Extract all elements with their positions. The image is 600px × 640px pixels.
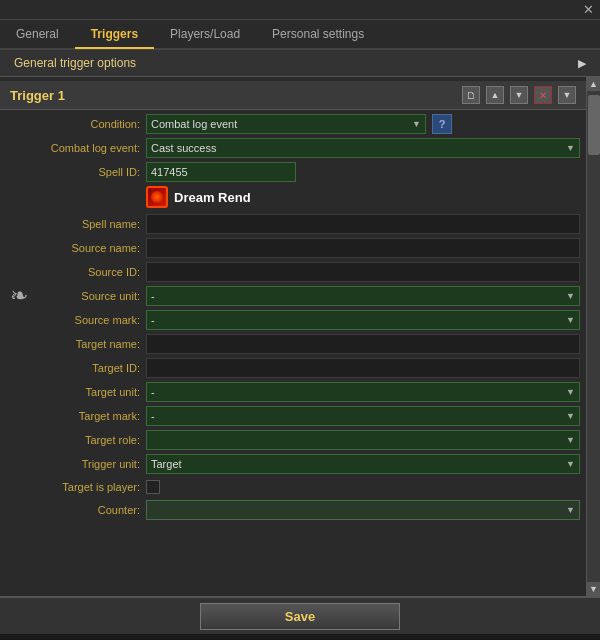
source-name-label: Source name:: [6, 242, 146, 254]
target-mark-control: - ▼: [146, 406, 580, 426]
source-unit-control: - ▼: [146, 286, 580, 306]
scrollbar-down-button[interactable]: ▼: [587, 582, 601, 596]
target-role-dropdown-arrow: ▼: [566, 435, 575, 445]
source-id-control: [146, 262, 580, 282]
target-mark-value: -: [151, 410, 566, 422]
spell-display: Dream Rend: [146, 186, 251, 208]
spell-name-row: Spell name:: [0, 212, 586, 236]
target-role-control: ▼: [146, 430, 580, 450]
source-unit-dropdown[interactable]: - ▼: [146, 286, 580, 306]
target-mark-dropdown-arrow: ▼: [566, 411, 575, 421]
spell-name-label: Spell name:: [6, 218, 146, 230]
combat-log-label: Combat log event:: [6, 142, 146, 154]
target-unit-label: Target unit:: [6, 386, 146, 398]
form-section: Condition: Combat log event ▼ ? Combat l…: [0, 110, 586, 524]
trigger-options-label: General trigger options: [14, 56, 136, 70]
condition-help-button[interactable]: ?: [432, 114, 452, 134]
condition-control: Combat log event ▼ ?: [146, 114, 580, 134]
source-mark-label: Source mark:: [6, 314, 146, 326]
target-id-control: [146, 358, 580, 378]
trigger-unit-control: Target ▼: [146, 454, 580, 474]
target-role-row: Target role: ▼: [0, 428, 586, 452]
target-unit-value: -: [151, 386, 566, 398]
target-unit-control: - ▼: [146, 382, 580, 402]
title-bar: ✕: [0, 0, 600, 20]
source-name-control: [146, 238, 580, 258]
combat-log-value: Cast success: [151, 142, 566, 154]
target-role-dropdown[interactable]: ▼: [146, 430, 580, 450]
condition-dropdown-arrow: ▼: [412, 119, 421, 129]
spell-display-name: Dream Rend: [174, 190, 251, 205]
target-id-row: Target ID:: [0, 356, 586, 380]
combat-log-dropdown-arrow: ▼: [566, 143, 575, 153]
target-is-player-checkbox[interactable]: [146, 480, 160, 494]
condition-label: Condition:: [6, 118, 146, 130]
source-unit-value: -: [151, 290, 566, 302]
trigger-options-bar[interactable]: General trigger options ▶: [0, 50, 600, 77]
scrollbar-up-button[interactable]: ▲: [587, 77, 601, 91]
tab-triggers[interactable]: Triggers: [75, 21, 154, 49]
target-is-player-row: Target is player:: [0, 476, 586, 498]
trigger-down-button[interactable]: ▼: [510, 86, 528, 104]
spell-id-input[interactable]: [146, 162, 296, 182]
spell-id-label: Spell ID:: [6, 166, 146, 178]
trigger-options-arrow: ▶: [578, 57, 586, 70]
tab-general[interactable]: General: [0, 20, 75, 48]
target-unit-dropdown[interactable]: - ▼: [146, 382, 580, 402]
trigger-dropdown-button[interactable]: ▼: [558, 86, 576, 104]
trigger-file-button[interactable]: 🗋: [462, 86, 480, 104]
spell-id-row: Spell ID:: [0, 160, 586, 184]
target-name-label: Target name:: [6, 338, 146, 350]
source-name-input[interactable]: [146, 238, 580, 258]
source-mark-dropdown-arrow: ▼: [566, 315, 575, 325]
trigger-close-button[interactable]: ✕: [534, 86, 552, 104]
spell-name-control: [146, 214, 580, 234]
combat-log-control: Cast success ▼: [146, 138, 580, 158]
trigger-name: Trigger 1: [10, 88, 456, 103]
spell-display-row: Dream Rend: [0, 184, 586, 212]
trigger-unit-row: Trigger unit: Target ▼: [0, 452, 586, 476]
counter-row: Counter: ▼: [0, 498, 586, 522]
target-id-input[interactable]: [146, 358, 580, 378]
trigger-unit-dropdown-arrow: ▼: [566, 459, 575, 469]
target-mark-row: Target mark: - ▼: [0, 404, 586, 428]
counter-label: Counter:: [6, 504, 146, 516]
close-icon[interactable]: ✕: [583, 2, 594, 17]
counter-dropdown-arrow: ▼: [566, 505, 575, 515]
main-content: Trigger 1 🗋 ▲ ▼ ✕ ▼ Condition: Combat lo…: [0, 77, 600, 596]
spell-name-input[interactable]: [146, 214, 580, 234]
target-mark-label: Target mark:: [6, 410, 146, 422]
source-mark-row: Source mark: - ▼: [0, 308, 586, 332]
combat-log-dropdown[interactable]: Cast success ▼: [146, 138, 580, 158]
source-name-row: Source name:: [0, 236, 586, 260]
scrollbar-track: [587, 91, 600, 582]
target-name-input[interactable]: [146, 334, 580, 354]
trigger-unit-dropdown[interactable]: Target ▼: [146, 454, 580, 474]
trigger-unit-value: Target: [151, 458, 566, 470]
condition-value: Combat log event: [151, 118, 412, 130]
tab-settings[interactable]: Personal settings: [256, 20, 380, 48]
scrollbar[interactable]: ▲ ▼: [586, 77, 600, 596]
source-unit-dropdown-arrow: ▼: [566, 291, 575, 301]
target-unit-dropdown-arrow: ▼: [566, 387, 575, 397]
trigger-unit-label: Trigger unit:: [6, 458, 146, 470]
combat-log-row: Combat log event: Cast success ▼: [0, 136, 586, 160]
target-mark-dropdown[interactable]: - ▼: [146, 406, 580, 426]
side-arrow-icon: ❧: [10, 283, 28, 309]
target-unit-row: Target unit: - ▼: [0, 380, 586, 404]
source-id-input[interactable]: [146, 262, 580, 282]
target-is-player-control: [146, 480, 580, 494]
trigger-up-button[interactable]: ▲: [486, 86, 504, 104]
source-mark-value: -: [151, 314, 566, 326]
scrollbar-thumb[interactable]: [588, 95, 600, 155]
target-is-player-label: Target is player:: [6, 481, 146, 493]
tab-players[interactable]: Players/Load: [154, 20, 256, 48]
target-name-row: Target name:: [0, 332, 586, 356]
source-id-label: Source ID:: [6, 266, 146, 278]
spell-icon: [146, 186, 168, 208]
source-mark-dropdown[interactable]: - ▼: [146, 310, 580, 330]
counter-dropdown[interactable]: ▼: [146, 500, 580, 520]
save-button[interactable]: Save: [200, 603, 400, 630]
condition-dropdown[interactable]: Combat log event ▼: [146, 114, 426, 134]
target-id-label: Target ID:: [6, 362, 146, 374]
